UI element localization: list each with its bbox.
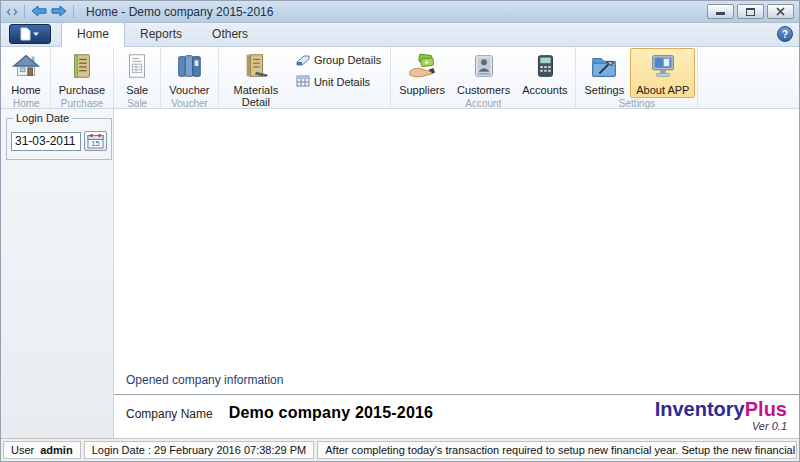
accounts-icon <box>530 51 560 83</box>
status-bar: User admin Login Date : 29 February 2016… <box>1 438 799 461</box>
ribbon: Home Home Purchase Purchas <box>1 47 799 109</box>
voucher-icon <box>174 51 204 83</box>
login-date-group: Login Date 15 <box>6 112 112 160</box>
unit-details-icon <box>296 74 310 90</box>
ribbon-button-materials-detail[interactable]: Materials Detail <box>221 48 291 110</box>
main-area: Opened company information Company Name … <box>114 109 799 438</box>
ribbon-button-label: Purchase <box>59 84 105 96</box>
ribbon-button-accounts[interactable]: Accounts <box>516 48 573 98</box>
ribbon-button-label: Home <box>11 84 40 96</box>
status-login-date: Login Date : 29 February 2016 07:38:29 P… <box>84 441 315 459</box>
status-user: User admin <box>3 441 81 459</box>
tab-reports[interactable]: Reports <box>125 23 197 46</box>
svg-text:15: 15 <box>91 139 99 148</box>
login-date-input[interactable] <box>11 132 81 151</box>
ribbon-button-label: Settings <box>584 84 624 96</box>
toolbar-separator <box>73 5 74 18</box>
quick-access-toolbar <box>6 3 76 21</box>
maximize-icon <box>746 8 755 16</box>
ribbon-group-inventory: Materials Detail Group Details <box>219 47 391 108</box>
customize-toolbar-icon[interactable] <box>6 3 18 21</box>
ribbon-group-home: Home Home <box>3 47 51 108</box>
toolbar-separator <box>24 5 25 18</box>
ribbon-group-account: Suppliers Customers <box>391 47 576 108</box>
ribbon-button-label: Accounts <box>522 84 567 96</box>
ribbon-button-purchase[interactable]: Purchase <box>53 48 111 98</box>
logo-text-inventory: Inventory <box>655 398 745 420</box>
application-menu-button[interactable] <box>9 24 51 44</box>
ribbon-button-label: Customers <box>457 84 510 96</box>
home-icon <box>11 51 41 83</box>
calendar-picker-button[interactable]: 15 <box>84 131 107 151</box>
forward-arrow-icon[interactable] <box>51 3 67 21</box>
ribbon-button-customers[interactable]: Customers <box>451 48 516 98</box>
ribbon-button-label: Sale <box>126 84 148 96</box>
purchase-icon <box>67 51 97 83</box>
status-user-value: admin <box>40 444 72 456</box>
minimize-icon <box>716 12 725 15</box>
settings-icon <box>589 51 619 83</box>
window-title: Home - Demo company 2015-2016 <box>86 5 273 19</box>
ribbon-button-label: About APP <box>636 84 689 96</box>
group-details-icon <box>296 52 310 68</box>
tab-home[interactable]: Home <box>61 22 125 47</box>
ribbon-tab-row: Home Reports Others ? <box>1 23 799 47</box>
close-icon <box>776 7 785 16</box>
calendar-icon: 15 <box>87 133 104 149</box>
company-info-panel: Opened company information Company Name … <box>114 367 799 438</box>
tab-others[interactable]: Others <box>197 23 263 46</box>
title-bar: Home - Demo company 2015-2016 <box>1 1 799 23</box>
application-menu-icon <box>17 27 43 41</box>
app-logo: InventoryPlus Ver 0.1 <box>655 399 787 432</box>
minimize-button[interactable] <box>707 4 734 19</box>
ribbon-button-unit-details[interactable]: Unit Details <box>293 73 384 91</box>
ribbon-group-voucher: Voucher Voucher <box>161 47 219 108</box>
about-app-icon <box>648 51 678 83</box>
ribbon-group-settings: Settings About APP Settings <box>576 47 698 108</box>
side-panel: Login Date 15 <box>1 109 114 438</box>
customers-icon <box>469 51 499 83</box>
logo-text-plus: Plus <box>745 398 787 420</box>
ribbon-button-sale[interactable]: Sale <box>116 48 158 98</box>
ribbon-button-label: Suppliers <box>399 84 445 96</box>
app-window: Home - Demo company 2015-2016 Home Repor… <box>0 0 800 462</box>
status-user-label: User <box>11 444 34 456</box>
ribbon-button-suppliers[interactable]: Suppliers <box>393 48 451 98</box>
ribbon-button-home[interactable]: Home <box>5 48 47 98</box>
close-button[interactable] <box>767 4 794 19</box>
ribbon-group-purchase: Purchase Purchase <box>51 47 114 108</box>
ribbon-button-about-app[interactable]: About APP <box>630 48 695 98</box>
company-name-value: Demo company 2015-2016 <box>229 404 434 422</box>
back-arrow-icon[interactable] <box>31 3 47 21</box>
suppliers-icon <box>407 51 437 83</box>
sale-icon <box>122 51 152 83</box>
ribbon-button-label: Materials Detail <box>227 84 285 108</box>
ribbon-button-voucher[interactable]: Voucher <box>163 48 215 98</box>
login-date-label: Login Date <box>13 112 72 124</box>
status-message: After completing today's transaction req… <box>317 441 797 459</box>
version-label: Ver 0.1 <box>655 420 787 432</box>
maximize-button[interactable] <box>737 4 764 19</box>
help-icon: ? <box>782 29 788 40</box>
ribbon-button-group-details[interactable]: Group Details <box>293 51 384 69</box>
ribbon-button-label: Group Details <box>314 54 381 66</box>
opened-company-heading: Opened company information <box>114 367 799 394</box>
ribbon-group-sale: Sale Sale <box>114 47 161 108</box>
ribbon-button-settings[interactable]: Settings <box>578 48 630 98</box>
company-name-label: Company Name <box>126 407 213 421</box>
ribbon-button-label: Voucher <box>169 84 209 96</box>
ribbon-button-label: Unit Details <box>314 76 370 88</box>
materials-detail-icon <box>241 51 271 83</box>
help-button[interactable]: ? <box>777 26 793 42</box>
